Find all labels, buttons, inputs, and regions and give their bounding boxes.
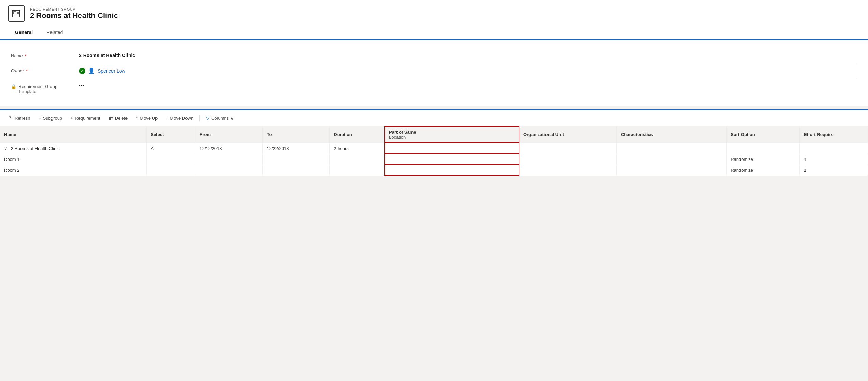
grid-header-row: Name Select From To Duration Part of Sam… [0,126,868,143]
requirement-button[interactable]: + Requirement [67,113,104,122]
grid-section: ↻ Refresh + Subgroup + Requirement 🗑 Del… [0,109,868,176]
name-label: Name * [11,52,79,58]
form-section: Name * 2 Rooms at Health Clinic Owner * … [0,39,868,106]
name-value: 2 Rooms at Health Clinic [79,52,857,58]
form-row-name: Name * 2 Rooms at Health Clinic [11,48,857,63]
row3-from [195,165,263,176]
refresh-icon: ↻ [9,115,13,121]
move-down-button[interactable]: ↓ Move Down [162,113,197,122]
move-up-icon: ↑ [136,115,138,121]
columns-button[interactable]: ▽ Columns ∨ [203,113,237,122]
row3-effort: 1 [800,165,868,176]
col-header-select: Select [147,126,195,143]
row2-partsame [385,154,519,165]
header-text: REQUIREMENT GROUP 2 Rooms at Health Clin… [30,7,118,20]
lock-icon: 🔒 [11,84,16,89]
page-subtitle: REQUIREMENT GROUP [30,7,118,11]
row1-orgunit [519,143,616,154]
row3-sort: Randomize [727,165,800,176]
row3-duration [330,165,385,176]
row1-effort [800,143,868,154]
expand-icon: ∨ [4,146,8,151]
row2-effort: 1 [800,154,868,165]
refresh-button[interactable]: ↻ Refresh [5,113,34,122]
col-header-sort: Sort Option [727,126,800,143]
form-row-owner: Owner * ✓ 👤 Spencer Low [11,63,857,78]
col-header-partsame: Part of Same Location [385,126,519,143]
form-row-template: 🔒 Requirement GroupTemplate --- [11,78,857,98]
columns-chevron-icon: ∨ [230,116,234,121]
filter-icon: ▽ [206,115,210,121]
row2-characteristics [616,154,726,165]
row1-sort [727,143,800,154]
owner-user-icon: 👤 [88,67,95,74]
tab-related[interactable]: Related [40,26,70,39]
row3-partsame [385,165,519,176]
page-title: 2 Rooms at Health Clinic [30,11,118,20]
requirement-group-icon [8,5,25,22]
template-label: 🔒 Requirement GroupTemplate [11,82,79,94]
row3-characteristics [616,165,726,176]
row2-to [263,154,330,165]
col-header-name: Name [0,126,147,143]
row1-duration: 2 hours [330,143,385,154]
grid-table: Name Select From To Duration Part of Sam… [0,126,868,176]
template-value: --- [79,82,857,88]
row1-characteristics [616,143,726,154]
add-requirement-icon: + [70,115,73,121]
row3-select [147,165,195,176]
table-row[interactable]: Room 2 Randomize 1 [0,165,868,176]
row2-orgunit [519,154,616,165]
col-header-characteristics: Characteristics [616,126,726,143]
row3-orgunit [519,165,616,176]
row3-name: Room 2 [0,165,147,176]
tab-general[interactable]: General [8,26,40,39]
page-header: REQUIREMENT GROUP 2 Rooms at Health Clin… [0,0,868,26]
col-header-orgunit: Organizational Unit [519,126,616,143]
row1-name: ∨ 2 Rooms at Health Clinic [0,143,147,154]
col-header-effort: Effort Require [800,126,868,143]
row2-select [147,154,195,165]
tabs-bar: General Related [0,26,868,39]
row1-select: All [147,143,195,154]
delete-button[interactable]: 🗑 Delete [105,113,131,122]
row1-partsame [385,143,519,154]
col-header-to: To [263,126,330,143]
svg-rect-1 [13,12,16,14]
table-row[interactable]: Room 1 Randomize 1 [0,154,868,165]
move-up-button[interactable]: ↑ Move Up [132,113,161,122]
grid-toolbar: ↻ Refresh + Subgroup + Requirement 🗑 Del… [0,110,868,126]
delete-icon: 🗑 [108,115,113,121]
add-subgroup-icon: + [39,115,41,121]
owner-value[interactable]: ✓ 👤 Spencer Low [79,67,857,74]
row2-name: Room 1 [0,154,147,165]
table-row[interactable]: ∨ 2 Rooms at Health Clinic All 12/12/201… [0,143,868,154]
owner-check-icon: ✓ [79,68,85,74]
owner-label: Owner * [11,67,79,73]
row2-sort: Randomize [727,154,800,165]
subgroup-button[interactable]: + Subgroup [35,113,66,122]
row1-to: 12/22/2018 [263,143,330,154]
col-header-duration: Duration [330,126,385,143]
row3-to [263,165,330,176]
name-required: * [25,53,27,58]
owner-required: * [26,68,28,73]
col-header-from: From [195,126,263,143]
row2-from [195,154,263,165]
row2-duration [330,154,385,165]
toolbar-separator [199,115,200,121]
move-down-icon: ↓ [166,115,168,121]
row1-from: 12/12/2018 [195,143,263,154]
